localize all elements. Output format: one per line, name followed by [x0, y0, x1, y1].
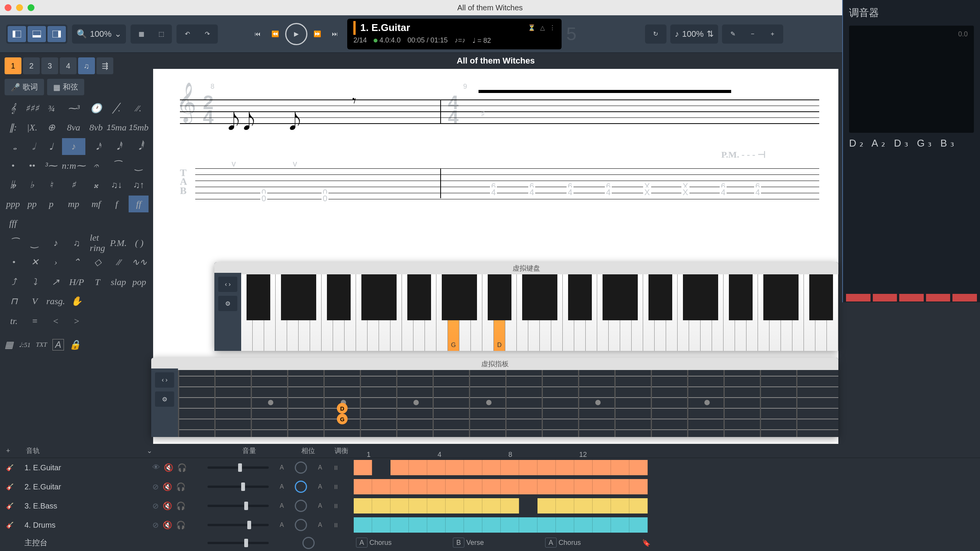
multislash-tool[interactable]: ⁄⁄. — [129, 100, 149, 117]
piano-black-key[interactable] — [292, 274, 304, 320]
palette-tab-filter[interactable]: ⇶ — [96, 57, 113, 74]
clip[interactable] — [354, 498, 372, 514]
automation-a[interactable]: A — [278, 464, 286, 471]
add-track-button[interactable]: + — [6, 447, 17, 455]
fret-marker[interactable]: G — [337, 414, 348, 424]
clip-lane[interactable] — [354, 479, 974, 494]
visibility-toggle[interactable]: 👁 — [152, 463, 160, 472]
clip[interactable] — [372, 517, 390, 533]
clip[interactable] — [537, 460, 556, 475]
piano-black-key[interactable] — [694, 274, 706, 320]
quarter-note-tool[interactable]: ♩ — [43, 138, 60, 155]
piano-black-key[interactable] — [488, 274, 500, 320]
stroke-up-tool[interactable]: V — [26, 293, 44, 310]
whole-note-tool[interactable]: 𝅝 — [5, 138, 21, 155]
dot-tool[interactable]: • — [5, 157, 21, 174]
rewind-button[interactable]: ⏪ — [268, 26, 283, 42]
clip[interactable] — [409, 517, 427, 533]
dyn-pp[interactable]: pp — [24, 196, 41, 212]
clip[interactable] — [593, 517, 611, 533]
crescendo-tool[interactable]: < — [46, 313, 65, 329]
maximize-window-button[interactable] — [28, 4, 34, 11]
piano-black-key[interactable] — [499, 274, 511, 320]
clip[interactable] — [611, 460, 629, 475]
clip[interactable] — [611, 479, 629, 494]
fretboard-settings-button[interactable]: ⚙ — [155, 391, 174, 407]
master-track-label[interactable]: 主控台 — [24, 538, 143, 548]
track-row[interactable]: 🎸 4. Drums ⊘ 🔇 🎧 A A ⫼ — [0, 515, 980, 535]
clip[interactable] — [593, 479, 611, 494]
letring-tool[interactable]: letring — [88, 235, 107, 251]
virtual-keyboard-panel[interactable]: 虚拟键盘 ‹ › ⚙ GD — [214, 262, 838, 351]
section-marker[interactable]: A Chorus — [545, 539, 581, 547]
tremolo-tool[interactable]: ⫽ — [109, 254, 128, 271]
mute-button[interactable]: 🔇 — [163, 501, 172, 510]
redo-button[interactable]: ↷ — [198, 26, 216, 42]
clip[interactable] — [574, 460, 593, 475]
palette-tab-notes[interactable]: ♫ — [78, 57, 95, 74]
appoggiatura-tool[interactable]: ♫ — [67, 235, 86, 251]
clip[interactable] — [464, 517, 482, 533]
keyboard-octave-nav[interactable]: ‹ › — [218, 277, 237, 292]
clip[interactable] — [537, 517, 556, 533]
tab-fret-number[interactable]: 4 — [490, 187, 497, 197]
clip[interactable] — [427, 517, 446, 533]
piano-black-key[interactable] — [534, 274, 546, 320]
piano-black-key[interactable] — [648, 274, 660, 320]
doubleflat-tool[interactable]: 𝄫 — [5, 176, 21, 193]
plus-button[interactable]: + — [763, 26, 782, 42]
semitone-down-tool[interactable]: ♫↓ — [107, 176, 127, 193]
15mb-tool[interactable]: 15mb — [129, 119, 149, 136]
keyboard-settings-button[interactable]: ⚙ — [218, 296, 237, 311]
piano-black-key[interactable] — [361, 274, 373, 320]
clip[interactable] — [482, 517, 501, 533]
repeat-end-tool[interactable]: |X. — [24, 119, 41, 136]
half-note-tool[interactable]: 𝅗𝅥 — [24, 138, 41, 155]
dyn-mp[interactable]: mp — [62, 196, 85, 212]
palette-tab-1[interactable]: 1 — [5, 57, 21, 74]
deadnote-tool[interactable]: ✕ — [26, 254, 44, 271]
virtual-fretboard-panel[interactable]: 虚拟指板 ‹ › ⚙ DG — [151, 358, 838, 437]
clip[interactable] — [611, 517, 629, 533]
automation-b[interactable]: A — [316, 483, 324, 490]
pop-tool[interactable]: pop — [130, 274, 149, 290]
clip[interactable] — [501, 460, 519, 475]
zoom-control[interactable]: 🔍 100% ⌄ — [72, 24, 126, 44]
piano-keyboard[interactable]: GD — [241, 274, 838, 351]
whammy-tool[interactable]: ⤵ — [26, 274, 44, 290]
8va-tool[interactable]: 8va — [62, 119, 85, 136]
clip[interactable] — [390, 460, 409, 475]
tab-fret-number[interactable]: 4 — [720, 187, 727, 197]
clip[interactable] — [519, 517, 537, 533]
lyrics-button[interactable]: 🎤歌词 — [5, 79, 44, 95]
piano-black-key[interactable] — [327, 274, 339, 320]
clip[interactable] — [574, 517, 593, 533]
piano-black-key[interactable] — [407, 274, 419, 320]
doublesharp-tool[interactable]: 𝄪 — [88, 176, 105, 193]
piano-black-key[interactable] — [247, 274, 258, 320]
tab-fret-number[interactable]: X — [643, 187, 651, 197]
volume-slider[interactable] — [207, 505, 269, 507]
fretboard-nav[interactable]: ‹ › — [155, 372, 174, 388]
piano-black-key[interactable] — [660, 274, 672, 320]
clip-lane[interactable] — [354, 460, 974, 475]
tab-fret-number[interactable]: 4 — [754, 187, 761, 197]
clip[interactable] — [556, 479, 574, 494]
clip[interactable] — [501, 479, 519, 494]
clip[interactable] — [482, 479, 501, 494]
clip[interactable] — [409, 479, 427, 494]
repeat-start-tool[interactable]: ‖: — [5, 119, 21, 136]
dyn-fff[interactable]: fff — [5, 215, 21, 231]
clip[interactable] — [446, 460, 464, 475]
tab-fret-number[interactable]: 0 — [260, 194, 267, 204]
solo-button[interactable]: 🎧 — [176, 482, 186, 491]
clip[interactable] — [519, 460, 537, 475]
tempo-mark-tool[interactable]: ♩:51 — [19, 336, 31, 353]
clip[interactable] — [611, 498, 629, 514]
volume-slider[interactable] — [207, 466, 269, 469]
clip[interactable] — [574, 479, 593, 494]
clip[interactable] — [556, 460, 574, 475]
piano-black-key[interactable] — [281, 274, 293, 320]
clip[interactable] — [390, 517, 409, 533]
tab-fret-number[interactable]: 4 — [528, 187, 535, 197]
